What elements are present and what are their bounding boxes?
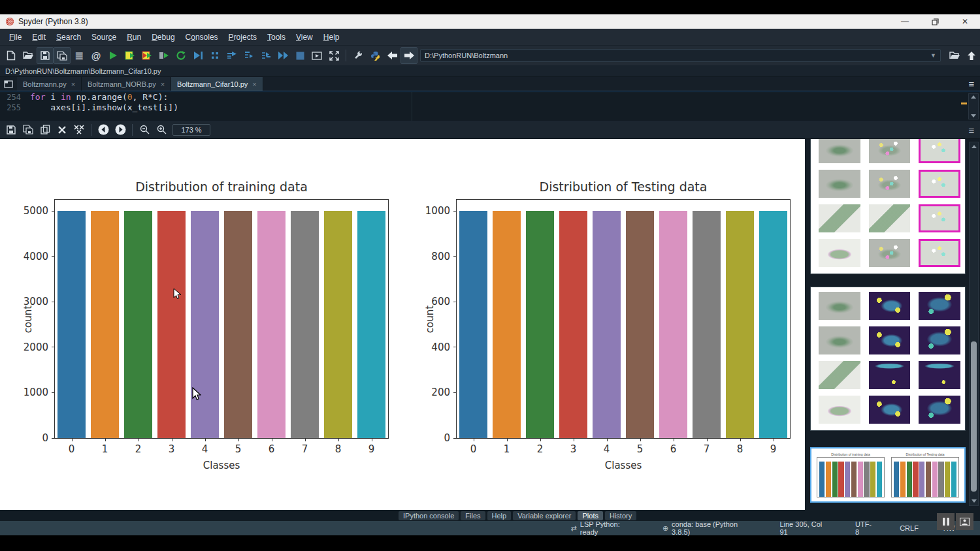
menu-projects[interactable]: Projects bbox=[223, 31, 262, 44]
remove-all-plots-button[interactable] bbox=[71, 121, 88, 138]
file-switcher-button[interactable]: ≣ bbox=[71, 47, 88, 64]
scroll-down-icon[interactable] bbox=[971, 114, 976, 118]
scrollbar-thumb[interactable] bbox=[971, 341, 977, 492]
restore-button[interactable] bbox=[920, 14, 950, 29]
rerun-cell-button[interactable] bbox=[155, 47, 172, 64]
code-editor[interactable]: 254for i in np.arange(0, R*C):255 axes[i… bbox=[0, 92, 980, 121]
x-tick-label: 3 bbox=[155, 443, 188, 455]
editor-options-menu-button[interactable]: ≡ bbox=[964, 77, 979, 91]
chevron-down-icon[interactable]: ▼ bbox=[930, 52, 936, 59]
mini-plot bbox=[865, 139, 911, 166]
plots-options-menu-button[interactable]: ≡ bbox=[964, 123, 979, 137]
mini-plot bbox=[865, 169, 911, 200]
pythonpath-manager-button[interactable] bbox=[367, 47, 384, 64]
plots-figure-canvas[interactable]: Distribution of training datacount010002… bbox=[0, 139, 805, 510]
menu-run[interactable]: Run bbox=[122, 31, 146, 44]
close-button[interactable]: ✕ bbox=[950, 14, 980, 29]
save-file-button[interactable] bbox=[37, 47, 54, 64]
mini-plot bbox=[865, 360, 911, 392]
editor-tab-Boltzmann_Cifar10.py[interactable]: Boltzmann_Cifar10.py× bbox=[171, 77, 263, 91]
next-plot-button[interactable] bbox=[112, 121, 129, 138]
minimize-button[interactable]: — bbox=[890, 14, 920, 29]
run-external-button[interactable] bbox=[308, 47, 325, 64]
image-viewer-button[interactable] bbox=[956, 513, 973, 530]
scroll-up-icon[interactable] bbox=[971, 95, 976, 99]
run-file-button[interactable] bbox=[105, 47, 122, 64]
menu-debug[interactable]: Debug bbox=[146, 31, 180, 44]
pane-tab-variable-explorer[interactable]: Variable explorer bbox=[513, 511, 576, 520]
pane-tab-ipython-console[interactable]: IPython console bbox=[399, 511, 459, 520]
code-line[interactable]: 255 axes[i].imshow(x_test[i]) bbox=[0, 102, 980, 113]
step-into-button[interactable] bbox=[240, 47, 257, 64]
bar-class-7 bbox=[291, 211, 319, 438]
step-over-button[interactable] bbox=[223, 47, 240, 64]
run-cell-button[interactable] bbox=[122, 47, 139, 64]
debug-cell-button[interactable] bbox=[206, 47, 223, 64]
save-all-button[interactable] bbox=[54, 47, 71, 64]
continue-button[interactable] bbox=[274, 47, 291, 64]
pane-tab-history[interactable]: History bbox=[605, 511, 636, 520]
new-file-button[interactable] bbox=[3, 47, 20, 64]
editor-scrollbar[interactable] bbox=[968, 93, 979, 119]
debug-file-button[interactable] bbox=[189, 47, 206, 64]
title-bar: Spyder (Python 3.8) — ✕ bbox=[0, 14, 980, 29]
close-tab-icon[interactable]: × bbox=[71, 80, 75, 88]
pane-tab-files[interactable]: Files bbox=[461, 511, 485, 520]
zoom-in-button[interactable] bbox=[153, 121, 170, 138]
working-directory-input[interactable]: D:\PythonRUN\Boltzmann ▼ bbox=[420, 49, 941, 62]
close-tab-icon[interactable]: × bbox=[252, 80, 256, 88]
plot-thumbnail-viridis[interactable] bbox=[810, 287, 966, 431]
plot-thumbnail-barcharts[interactable]: Distribution of training dataDistributio… bbox=[810, 447, 966, 503]
preferences-button[interactable] bbox=[350, 47, 367, 64]
menu-search[interactable]: Search bbox=[51, 31, 86, 44]
x-tick-label: 1 bbox=[490, 443, 523, 455]
bar-class-4 bbox=[593, 211, 621, 438]
back-button[interactable] bbox=[384, 47, 400, 64]
open-file-button[interactable] bbox=[20, 47, 37, 64]
mini-plot bbox=[865, 291, 911, 323]
symbol-finder-button[interactable]: @ bbox=[88, 47, 105, 64]
rerun-file-button[interactable] bbox=[172, 47, 189, 64]
main-toolbar: ≣ @ D:\PythonRUN\Boltzmann ▼ bbox=[0, 46, 980, 65]
menu-view[interactable]: View bbox=[291, 31, 318, 44]
tab-label: Boltzmann_NORB.py bbox=[88, 80, 156, 88]
pause-button[interactable] bbox=[937, 513, 955, 530]
thumbnails-scrollbar[interactable] bbox=[969, 142, 979, 506]
menu-tools[interactable]: Tools bbox=[262, 31, 291, 44]
pane-tab-help[interactable]: Help bbox=[487, 511, 512, 520]
mini-plot bbox=[915, 238, 961, 270]
menu-edit[interactable]: Edit bbox=[27, 31, 51, 44]
mini-bar-chart: Distribution of Testing data bbox=[891, 452, 959, 497]
plot-thumbnail-norb[interactable] bbox=[810, 139, 966, 274]
stop-debug-button[interactable] bbox=[291, 47, 308, 64]
step-return-button[interactable] bbox=[257, 47, 274, 64]
zoom-out-button[interactable] bbox=[136, 121, 153, 138]
x-tick-label: 7 bbox=[690, 443, 723, 455]
status-bar: ⇄LSP Python: ready⊕conda: base (Python 3… bbox=[0, 521, 980, 535]
code-line[interactable]: 254for i in np.arange(0, R*C): bbox=[0, 92, 980, 102]
menu-file[interactable]: File bbox=[4, 31, 27, 44]
editor-tab-Boltzmann_NORB.py[interactable]: Boltzmann_NORB.py× bbox=[82, 77, 171, 91]
remove-plot-button[interactable] bbox=[54, 121, 71, 138]
y-tick-label: 2000 bbox=[24, 341, 48, 353]
scroll-down-icon[interactable] bbox=[972, 499, 977, 503]
browse-directory-button[interactable] bbox=[946, 47, 963, 64]
run-cell-advance-button[interactable] bbox=[139, 47, 155, 64]
close-tab-icon[interactable]: × bbox=[161, 80, 165, 88]
x-tick-label: 0 bbox=[457, 443, 490, 455]
y-tick-label: 4000 bbox=[24, 251, 48, 262]
menu-consoles[interactable]: Consoles bbox=[180, 31, 223, 44]
editor-tab-Boltzmann.py[interactable]: Boltzmann.py× bbox=[17, 77, 82, 91]
menu-source[interactable]: Source bbox=[86, 31, 122, 44]
fullscreen-button[interactable] bbox=[325, 47, 342, 64]
save-all-plots-button[interactable] bbox=[20, 121, 37, 138]
copy-plot-button[interactable] bbox=[37, 121, 54, 138]
browse-tabs-button[interactable] bbox=[0, 77, 17, 91]
save-plot-button[interactable] bbox=[3, 121, 20, 138]
parent-directory-button[interactable] bbox=[963, 47, 980, 64]
pane-tab-plots[interactable]: Plots bbox=[578, 511, 602, 520]
previous-plot-button[interactable] bbox=[95, 121, 112, 138]
scroll-up-icon[interactable] bbox=[972, 145, 977, 148]
forward-button[interactable] bbox=[400, 47, 417, 64]
menu-help[interactable]: Help bbox=[318, 31, 345, 44]
